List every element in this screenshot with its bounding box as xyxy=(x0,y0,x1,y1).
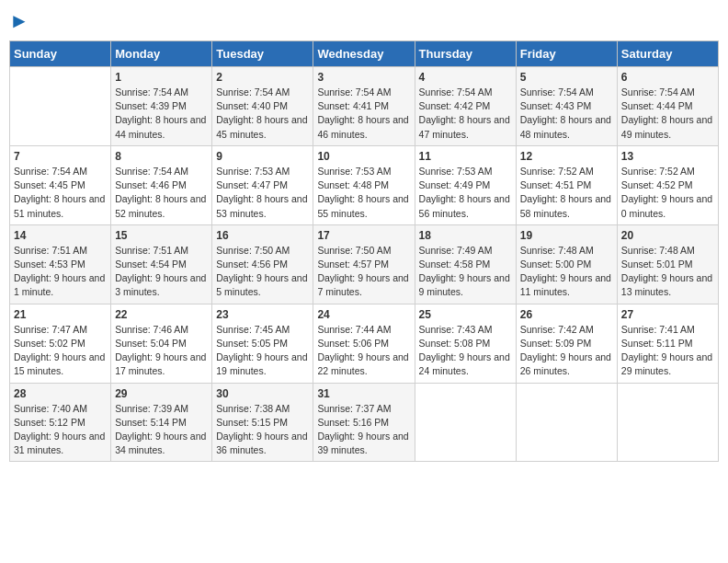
cell-content: Sunrise: 7:51 AMSunset: 4:54 PMDaylight:… xyxy=(115,244,208,300)
col-header-sunday: Sunday xyxy=(10,41,111,67)
cell-content: Sunrise: 7:54 AMSunset: 4:39 PMDaylight:… xyxy=(115,86,208,142)
day-number: 25 xyxy=(419,308,512,321)
calendar-cell: 7Sunrise: 7:54 AMSunset: 4:45 PMDaylight… xyxy=(10,145,111,224)
cell-content: Sunrise: 7:38 AMSunset: 5:15 PMDaylight:… xyxy=(216,402,309,458)
calendar-cell: 20Sunrise: 7:48 AMSunset: 5:01 PMDayligh… xyxy=(617,224,718,304)
calendar-cell: 18Sunrise: 7:49 AMSunset: 4:58 PMDayligh… xyxy=(415,224,516,304)
cell-content: Sunrise: 7:53 AMSunset: 4:47 PMDaylight:… xyxy=(216,165,309,221)
cell-content: Sunrise: 7:43 AMSunset: 5:08 PMDaylight:… xyxy=(419,323,512,379)
calendar-cell: 23Sunrise: 7:45 AMSunset: 5:05 PMDayligh… xyxy=(212,304,313,383)
calendar-cell xyxy=(516,383,617,462)
calendar-cell: 16Sunrise: 7:50 AMSunset: 4:56 PMDayligh… xyxy=(212,224,313,304)
week-row-2: 7Sunrise: 7:54 AMSunset: 4:45 PMDaylight… xyxy=(10,145,719,224)
day-number: 11 xyxy=(419,150,512,163)
cell-content: Sunrise: 7:53 AMSunset: 4:48 PMDaylight:… xyxy=(317,165,410,221)
calendar-cell: 17Sunrise: 7:50 AMSunset: 4:57 PMDayligh… xyxy=(313,224,415,304)
day-number: 30 xyxy=(216,387,309,400)
day-number: 19 xyxy=(520,229,613,242)
day-number: 28 xyxy=(14,387,107,400)
cell-content: Sunrise: 7:52 AMSunset: 4:52 PMDaylight:… xyxy=(621,165,714,221)
calendar-cell: 5Sunrise: 7:54 AMSunset: 4:43 PMDaylight… xyxy=(516,67,617,146)
cell-content: Sunrise: 7:52 AMSunset: 4:51 PMDaylight:… xyxy=(520,165,613,221)
calendar-cell: 2Sunrise: 7:54 AMSunset: 4:40 PMDaylight… xyxy=(212,67,313,146)
day-number: 22 xyxy=(115,308,208,321)
cell-content: Sunrise: 7:54 AMSunset: 4:43 PMDaylight:… xyxy=(520,86,613,142)
cell-content: Sunrise: 7:54 AMSunset: 4:46 PMDaylight:… xyxy=(115,165,208,221)
cell-content: Sunrise: 7:41 AMSunset: 5:11 PMDaylight:… xyxy=(621,323,714,379)
day-number: 23 xyxy=(216,308,309,321)
logo: ► xyxy=(9,9,29,33)
day-number: 21 xyxy=(14,308,107,321)
day-number: 16 xyxy=(216,229,309,242)
calendar-cell: 21Sunrise: 7:47 AMSunset: 5:02 PMDayligh… xyxy=(10,304,111,383)
day-number: 6 xyxy=(621,71,714,84)
calendar-cell: 11Sunrise: 7:53 AMSunset: 4:49 PMDayligh… xyxy=(415,145,516,224)
cell-content: Sunrise: 7:51 AMSunset: 4:53 PMDaylight:… xyxy=(14,244,107,300)
calendar-cell: 22Sunrise: 7:46 AMSunset: 5:04 PMDayligh… xyxy=(111,304,212,383)
week-row-3: 14Sunrise: 7:51 AMSunset: 4:53 PMDayligh… xyxy=(10,224,719,304)
cell-content: Sunrise: 7:42 AMSunset: 5:09 PMDaylight:… xyxy=(520,323,613,379)
calendar-cell: 4Sunrise: 7:54 AMSunset: 4:42 PMDaylight… xyxy=(415,67,516,146)
day-number: 3 xyxy=(317,71,410,84)
calendar-cell: 9Sunrise: 7:53 AMSunset: 4:47 PMDaylight… xyxy=(212,145,313,224)
cell-content: Sunrise: 7:50 AMSunset: 4:56 PMDaylight:… xyxy=(216,244,309,300)
col-header-tuesday: Tuesday xyxy=(212,41,313,67)
col-header-thursday: Thursday xyxy=(415,41,516,67)
calendar-cell: 26Sunrise: 7:42 AMSunset: 5:09 PMDayligh… xyxy=(516,304,617,383)
calendar-cell xyxy=(617,383,718,462)
calendar-cell: 3Sunrise: 7:54 AMSunset: 4:41 PMDaylight… xyxy=(313,67,415,146)
day-number: 4 xyxy=(419,71,512,84)
calendar-cell: 6Sunrise: 7:54 AMSunset: 4:44 PMDaylight… xyxy=(617,67,718,146)
day-number: 29 xyxy=(115,387,208,400)
cell-content: Sunrise: 7:40 AMSunset: 5:12 PMDaylight:… xyxy=(14,402,107,458)
day-number: 2 xyxy=(216,71,309,84)
day-number: 1 xyxy=(115,71,208,84)
cell-content: Sunrise: 7:47 AMSunset: 5:02 PMDaylight:… xyxy=(14,323,107,379)
day-number: 7 xyxy=(14,150,107,163)
calendar-cell: 8Sunrise: 7:54 AMSunset: 4:46 PMDaylight… xyxy=(111,145,212,224)
calendar-cell: 31Sunrise: 7:37 AMSunset: 5:16 PMDayligh… xyxy=(313,383,415,462)
cell-content: Sunrise: 7:45 AMSunset: 5:05 PMDaylight:… xyxy=(216,323,309,379)
cell-content: Sunrise: 7:54 AMSunset: 4:42 PMDaylight:… xyxy=(419,86,512,142)
col-header-saturday: Saturday xyxy=(617,41,718,67)
cell-content: Sunrise: 7:54 AMSunset: 4:41 PMDaylight:… xyxy=(317,86,410,142)
cell-content: Sunrise: 7:39 AMSunset: 5:14 PMDaylight:… xyxy=(115,402,208,458)
day-number: 14 xyxy=(14,229,107,242)
cell-content: Sunrise: 7:44 AMSunset: 5:06 PMDaylight:… xyxy=(317,323,410,379)
day-number: 27 xyxy=(621,308,714,321)
day-number: 17 xyxy=(317,229,410,242)
calendar-cell: 13Sunrise: 7:52 AMSunset: 4:52 PMDayligh… xyxy=(617,145,718,224)
calendar-cell: 14Sunrise: 7:51 AMSunset: 4:53 PMDayligh… xyxy=(10,224,111,304)
calendar-cell: 15Sunrise: 7:51 AMSunset: 4:54 PMDayligh… xyxy=(111,224,212,304)
day-number: 5 xyxy=(520,71,613,84)
cell-content: Sunrise: 7:54 AMSunset: 4:44 PMDaylight:… xyxy=(621,86,714,142)
cell-content: Sunrise: 7:54 AMSunset: 4:45 PMDaylight:… xyxy=(14,165,107,221)
day-number: 18 xyxy=(419,229,512,242)
day-number: 10 xyxy=(317,150,410,163)
cell-content: Sunrise: 7:48 AMSunset: 5:01 PMDaylight:… xyxy=(621,244,714,300)
calendar-table: SundayMondayTuesdayWednesdayThursdayFrid… xyxy=(9,40,719,462)
cell-content: Sunrise: 7:48 AMSunset: 5:00 PMDaylight:… xyxy=(520,244,613,300)
calendar-cell: 24Sunrise: 7:44 AMSunset: 5:06 PMDayligh… xyxy=(313,304,415,383)
col-header-monday: Monday xyxy=(111,41,212,67)
calendar-cell: 30Sunrise: 7:38 AMSunset: 5:15 PMDayligh… xyxy=(212,383,313,462)
page-header: ► xyxy=(9,9,719,33)
calendar-cell: 25Sunrise: 7:43 AMSunset: 5:08 PMDayligh… xyxy=(415,304,516,383)
calendar-cell xyxy=(10,67,111,146)
day-number: 24 xyxy=(317,308,410,321)
calendar-cell: 1Sunrise: 7:54 AMSunset: 4:39 PMDaylight… xyxy=(111,67,212,146)
col-header-wednesday: Wednesday xyxy=(313,41,415,67)
calendar-cell: 10Sunrise: 7:53 AMSunset: 4:48 PMDayligh… xyxy=(313,145,415,224)
cell-content: Sunrise: 7:46 AMSunset: 5:04 PMDaylight:… xyxy=(115,323,208,379)
day-number: 9 xyxy=(216,150,309,163)
calendar-cell: 19Sunrise: 7:48 AMSunset: 5:00 PMDayligh… xyxy=(516,224,617,304)
week-row-1: 1Sunrise: 7:54 AMSunset: 4:39 PMDaylight… xyxy=(10,67,719,146)
day-number: 12 xyxy=(520,150,613,163)
day-number: 13 xyxy=(621,150,714,163)
day-number: 20 xyxy=(621,229,714,242)
header-row: SundayMondayTuesdayWednesdayThursdayFrid… xyxy=(10,41,719,67)
cell-content: Sunrise: 7:50 AMSunset: 4:57 PMDaylight:… xyxy=(317,244,410,300)
col-header-friday: Friday xyxy=(516,41,617,67)
calendar-cell: 12Sunrise: 7:52 AMSunset: 4:51 PMDayligh… xyxy=(516,145,617,224)
day-number: 26 xyxy=(520,308,613,321)
